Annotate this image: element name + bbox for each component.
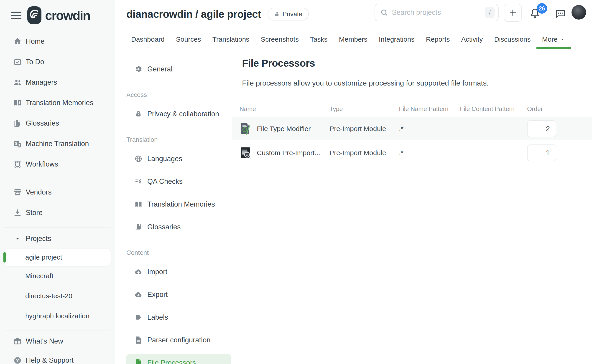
divider [4,331,111,331]
lock-icon [274,11,280,17]
users-icon [13,78,23,87]
hamburger-menu-icon[interactable] [11,12,21,19]
crowdin-logo[interactable]: crowdin [27,6,90,24]
settings-item-label: Privacy & collaboration [147,110,219,118]
file-lines-icon-green [134,359,143,364]
table-header-row: Name Type File Name Pattern File Content… [232,101,592,117]
sidebar-item-vendors[interactable]: Vendors [0,182,115,202]
sidebar-item-label: Glossaries [26,119,59,127]
tab-integrations[interactable]: Integrations [373,30,420,49]
sidebar-item-label: To Do [26,58,44,66]
settings-item-label: Import [147,268,167,276]
settings-section-access: Access [115,90,232,100]
search-shortcut-hint: / [485,7,495,18]
sidebar-item-workflows[interactable]: Workflows [0,154,115,175]
svg-text:</>: </> [246,154,248,156]
processor-name: File Type Modifier [257,125,311,133]
settings-item-label: Languages [147,155,182,163]
chat-icon [554,8,566,20]
sidebar-project-hyghraph[interactable]: hyghraph localization [0,306,115,326]
content-title: File Processors [242,58,592,69]
file-type-modifier-icon [239,122,251,135]
settings-section-translation: Translation [115,135,232,144]
settings-item-label: File Processors [147,359,196,364]
settings-item-export[interactable]: Export [126,286,231,304]
column-header-order: Order [527,105,592,113]
sidebar-item-label: Managers [26,78,57,86]
tab-tasks[interactable]: Tasks [304,30,333,49]
search-box[interactable]: / [375,4,499,21]
gift-icon [13,337,23,345]
settings-item-languages[interactable]: Languages [126,150,231,168]
sidebar-item-label: Vendors [26,188,52,196]
sidebar-item-managers[interactable]: Managers [0,72,115,93]
sidebar-item-glossaries[interactable]: Glossaries [0,113,115,134]
settings-item-qa-checks[interactable]: QA Checks [126,173,231,190]
sidebar-item-todo[interactable]: To Do [0,52,115,72]
tab-sources[interactable]: Sources [170,30,207,49]
list-check-icon [134,177,143,186]
project-label: agile project [25,254,62,261]
settings-item-parser-configuration[interactable]: Parser configuration [126,331,231,349]
tab-translations[interactable]: Translations [207,30,255,49]
settings-item-label: Parser configuration [147,336,210,344]
tab-more[interactable]: More [536,30,571,49]
create-project-button[interactable] [504,4,522,22]
project-header: dianacrowdin / agile project Private / [115,0,592,30]
notifications-button[interactable]: 26 [529,6,542,21]
project-label: hyghraph localization [25,312,89,320]
svg-text:?: ? [16,358,19,363]
sidebar-item-home[interactable]: Home [0,31,115,52]
svg-text:G: G [15,142,18,145]
table-row[interactable]: File Type Modifier Pre-Import Module .* [232,117,592,140]
file-name-pattern: .* [399,125,460,133]
sidebar-item-label: Store [26,209,43,217]
processor-type: Pre-Import Module [329,149,399,157]
settings-item-labels[interactable]: Labels [126,308,231,326]
caret-down-icon [560,37,565,42]
sidebar-project-directus[interactable]: directus-test-20 [0,286,115,306]
sidebar-item-help-support[interactable]: ? Help & Support [0,351,115,364]
file-processors-content: File Processors File processors allow yo… [232,49,592,364]
plus-icon [508,8,517,17]
order-input[interactable] [527,120,556,137]
settings-item-translation-memories[interactable]: Translation Memories [126,195,231,213]
sidebar-item-whats-new[interactable]: What's New [0,332,115,351]
sidebar-item-translation-memories[interactable]: Translation Memories [0,93,115,113]
settings-nav: General Access Privacy & collaboration T… [115,49,232,364]
tab-reports[interactable]: Reports [420,30,455,49]
sidebar-project-agile[interactable]: agile project [4,249,111,266]
sidebar-item-machine-translation[interactable]: G Machine Translation [0,134,115,154]
settings-item-label: Export [147,291,168,299]
tab-screenshots[interactable]: Screenshots [255,30,304,49]
order-input[interactable] [527,144,556,161]
sidebar-projects-label: Projects [26,234,51,243]
settings-item-import[interactable]: Import [126,263,231,281]
sidebar-item-label: What's New [26,337,63,345]
search-input[interactable] [392,8,481,17]
content-description: File processors allow you to customize p… [242,79,592,87]
crowdin-app: crowdin Home To Do Managers [0,0,592,364]
project-tabs: Dashboard Sources Translations Screensho… [115,30,592,49]
tab-dashboard[interactable]: Dashboard [126,30,170,49]
column-header-type: Type [329,105,399,113]
column-header-file-content-pattern: File Content Pattern [460,105,527,113]
sidebar-projects-toggle[interactable]: Projects [0,229,115,249]
messages-button[interactable] [554,8,566,20]
sidebar-item-store[interactable]: Store [0,202,115,223]
tab-discussions[interactable]: Discussions [488,30,536,49]
user-avatar[interactable] [572,5,586,20]
sidebar-project-minecraft[interactable]: Minecraft [0,266,115,286]
settings-item-general[interactable]: General [126,60,231,78]
tab-members[interactable]: Members [333,30,373,49]
cloud-download-icon [134,290,143,299]
sidebar-item-label: Workflows [26,160,58,168]
table-row[interactable]: </> Custom Pre-Import... Pre-Import Modu… [232,140,592,166]
translate-icon: G [13,139,23,148]
tab-activity[interactable]: Activity [455,30,488,49]
settings-item-file-processors[interactable]: File Processors [126,354,231,364]
divider [4,179,111,179]
settings-item-glossaries[interactable]: Glossaries [126,218,231,236]
settings-item-privacy[interactable]: Privacy & collaboration [126,105,231,123]
tag-icon [134,313,143,321]
